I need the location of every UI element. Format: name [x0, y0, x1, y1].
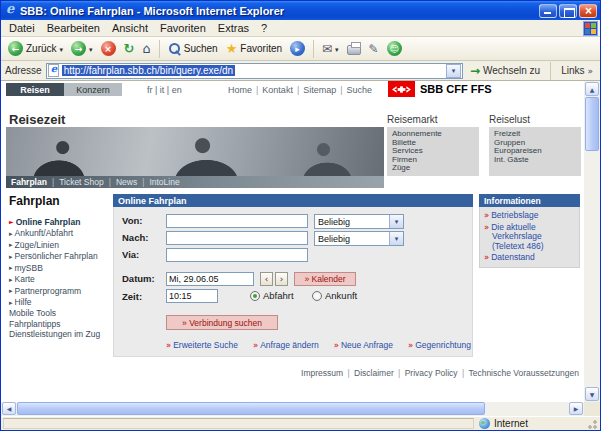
stop-button[interactable]: ×: [98, 39, 119, 58]
sidebar-item-hilfe[interactable]: Hilfe: [9, 297, 112, 309]
reiselust-link[interactable]: Int. Gäste: [494, 156, 576, 165]
top-link-home[interactable]: Home: [228, 85, 252, 95]
separator: |: [340, 85, 342, 95]
scroll-right-icon[interactable]: ▶: [569, 402, 583, 415]
sidebar-item-label: Dienstleistungen im Zug: [9, 329, 100, 340]
scroll-down-icon[interactable]: ▼: [585, 387, 599, 401]
gegenrichtung-link[interactable]: »Gegenrichtung: [408, 340, 471, 350]
sidebar-item-fahrplantipps[interactable]: Fahrplantipps: [9, 319, 112, 330]
back-button[interactable]: ← Zurück: [5, 39, 66, 58]
datenstand-link[interactable]: »Datenstand: [484, 253, 575, 263]
von-type-select[interactable]: Beliebig: [314, 214, 404, 229]
top-link-sitemap[interactable]: Sitemap: [303, 85, 336, 95]
neue-anfrage-link[interactable]: »Neue Anfrage: [334, 340, 393, 350]
links-button[interactable]: Links: [558, 64, 596, 77]
via-input[interactable]: [166, 248, 308, 262]
zeit-label: Zeit:: [122, 291, 142, 302]
nav-tab-konzern[interactable]: Konzern: [64, 83, 122, 96]
edit-button[interactable]: [366, 40, 382, 58]
forward-button[interactable]: →: [68, 39, 96, 58]
nach-type-select[interactable]: Beliebig: [314, 231, 404, 246]
favorites-button[interactable]: Favoriten: [223, 39, 285, 58]
abfahrt-radio[interactable]: Abfahrt: [250, 290, 294, 301]
vertical-scroll-thumb[interactable]: [585, 97, 599, 151]
banner-tab-news[interactable]: News: [116, 177, 137, 187]
banner-tab-ticket-shop[interactable]: Ticket Shop: [59, 177, 104, 187]
top-link-suche[interactable]: Suche: [347, 85, 373, 95]
von-input[interactable]: [166, 214, 308, 228]
back-icon: ←: [8, 41, 23, 56]
scroll-left-icon[interactable]: ◀: [2, 402, 16, 415]
datum-input[interactable]: [166, 272, 254, 286]
nach-input[interactable]: [166, 231, 308, 245]
menu-extras[interactable]: Extras: [212, 21, 255, 35]
sidebar-item-online-fahrplan[interactable]: Online Fahrplan: [9, 216, 112, 228]
go-button[interactable]: Wechseln zu: [467, 63, 543, 79]
refresh-button[interactable]: [121, 39, 138, 58]
nav-tab-reisen[interactable]: Reisen: [6, 83, 64, 96]
mail-dropdown-icon[interactable]: [335, 43, 339, 54]
addressbar-separator: [550, 62, 551, 80]
horizontal-scrollbar[interactable]: ◀ ▶: [1, 402, 600, 416]
favorites-label: Favoriten: [240, 43, 282, 54]
address-dropdown-icon[interactable]: [446, 64, 461, 78]
sidebar-item-karte[interactable]: Karte: [9, 274, 112, 286]
media-button[interactable]: [287, 39, 308, 58]
menu-favoriten[interactable]: Favoriten: [154, 21, 212, 35]
language-links[interactable]: fr | it | en: [147, 85, 182, 95]
scroll-up-icon[interactable]: ▲: [585, 82, 599, 96]
reisemarkt-link[interactable]: Züge: [392, 164, 474, 173]
technische-voraussetzungen-link[interactable]: Technische Voraussetzungen: [468, 368, 579, 378]
arrow-icon: [9, 251, 13, 263]
title-bar[interactable]: SBB: Online Fahrplan - Microsoft Interne…: [1, 1, 600, 20]
erweiterte-suche-link[interactable]: »Erweiterte Suche: [166, 340, 238, 350]
maximize-button[interactable]: [559, 4, 577, 18]
banner-tab-fahrplan[interactable]: Fahrplan: [11, 177, 47, 187]
chevron-down-icon[interactable]: [389, 215, 403, 228]
previous-day-button[interactable]: ‹: [260, 272, 273, 286]
radio-icon[interactable]: [312, 291, 322, 301]
sidebar-item-ankunft-abfahrt[interactable]: Ankunft/Abfahrt: [9, 228, 112, 240]
mail-button[interactable]: [319, 40, 342, 58]
privacy-policy-link[interactable]: Privacy Policy: [405, 368, 458, 378]
sidebar-item-mysbb[interactable]: mySBB: [9, 262, 112, 274]
home-button[interactable]: [140, 39, 154, 58]
verkehrslage-link[interactable]: »Die aktuelle Verkehrslage (Teletext 486…: [484, 223, 575, 252]
disclaimer-link[interactable]: Disclaimer: [354, 368, 394, 378]
minimize-button[interactable]: [539, 4, 557, 18]
menu-hilfe[interactable]: ?: [255, 21, 273, 35]
back-dropdown-icon[interactable]: [60, 43, 64, 54]
address-input[interactable]: http://fahrplan.sbb.ch/bin/query.exe/dn: [46, 63, 463, 79]
menu-datei[interactable]: Datei: [3, 21, 41, 35]
ankunft-radio[interactable]: Ankunft: [312, 290, 357, 301]
radio-selected-icon[interactable]: [250, 291, 260, 301]
impressum-link[interactable]: Impressum: [301, 368, 343, 378]
chevron-down-icon[interactable]: [389, 232, 403, 245]
search-button[interactable]: Suchen: [165, 40, 221, 57]
refresh-icon: [124, 41, 135, 56]
resize-grip[interactable]: [586, 418, 598, 430]
top-link-kontakt[interactable]: Kontakt: [262, 85, 293, 95]
zeit-input[interactable]: [166, 289, 218, 303]
kalender-button[interactable]: » Kalender: [294, 272, 356, 286]
separator: |: [398, 368, 400, 378]
print-button[interactable]: [344, 40, 364, 57]
menu-ansicht[interactable]: Ansicht: [106, 21, 154, 35]
sidebar-item-label: Karte: [15, 274, 35, 285]
betriebslage-link[interactable]: »Betriebslage: [484, 211, 575, 221]
next-day-button[interactable]: ›: [275, 272, 288, 286]
sidebar-item-mobile-tools[interactable]: Mobile Tools: [9, 308, 112, 319]
banner-tab-intoline[interactable]: IntoLine: [149, 177, 179, 187]
vertical-scrollbar[interactable]: ▲ ▼: [584, 81, 600, 402]
sidebar-item-partnerprogramm[interactable]: Partnerprogramm: [9, 285, 112, 297]
anfrage-aendern-link[interactable]: »Anfrage ändern: [253, 340, 319, 350]
menu-bearbeiten[interactable]: Bearbeiten: [41, 21, 106, 35]
verbindung-suchen-button[interactable]: » Verbindung suchen: [166, 315, 278, 330]
sidebar-item-dienstleistungen[interactable]: Dienstleistungen im Zug: [9, 329, 112, 340]
horizontal-scroll-thumb[interactable]: [17, 402, 485, 415]
forward-dropdown-icon[interactable]: [89, 43, 93, 54]
sidebar-item-persoenlicher-fahrplan[interactable]: Persönlicher Fahrplan: [9, 251, 112, 263]
sidebar-item-zuege-linien[interactable]: Züge/Linien: [9, 239, 112, 251]
close-button[interactable]: [579, 4, 597, 18]
messenger-button[interactable]: [384, 39, 405, 58]
